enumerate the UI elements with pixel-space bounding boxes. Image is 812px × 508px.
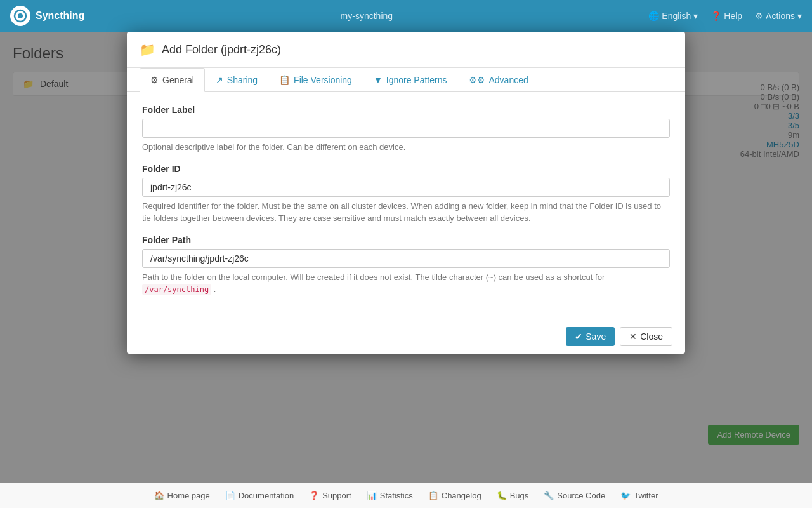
folder-id-group: Folder ID Required identifier for the fo… [142, 164, 670, 225]
tab-share-icon: ↗ [216, 75, 223, 85]
footer-source-code[interactable]: 🔧 Source Code [544, 491, 605, 500]
close-label: Close [640, 331, 663, 342]
tab-gears-icon: ⚙⚙ [469, 75, 485, 85]
tab-filter-icon: ▼ [374, 75, 383, 85]
tab-versioning[interactable]: 📋 File Versioning [268, 68, 363, 92]
footer-changelog-label: Changelog [442, 491, 481, 500]
chart-icon: 📊 [367, 491, 377, 500]
help-link[interactable]: ❓ Help [710, 11, 742, 21]
tab-sharing-label: Sharing [227, 75, 258, 85]
device-name: my-syncthing [341, 11, 393, 21]
brand: Syncthing [10, 6, 84, 26]
modal-tabs: ⚙ General ↗ Sharing 📋 File Versioning ▼ … [127, 68, 685, 92]
modal-footer: ✔ Save ✕ Close [127, 319, 685, 354]
folder-path-help: Path to the folder on the local computer… [142, 271, 670, 296]
globe-icon: 🌐 [648, 11, 659, 21]
folder-path-help-before: Path to the folder on the local computer… [142, 272, 605, 282]
folder-label-group: Folder Label Optional descriptive label … [142, 105, 670, 154]
changelog-icon: 📋 [428, 491, 438, 500]
folder-path-heading: Folder Path [142, 235, 670, 245]
actions-label: Actions [766, 11, 795, 21]
tab-general-label: General [162, 75, 194, 85]
tab-advanced-label: Advanced [489, 75, 528, 85]
folder-path-group: Folder Path Path to the folder on the lo… [142, 235, 670, 296]
doc-icon: 📄 [225, 491, 235, 500]
tab-ignore[interactable]: ▼ Ignore Patterns [363, 68, 458, 92]
brand-logo [10, 6, 30, 26]
folder-path-help-after: . [214, 284, 216, 294]
home-icon: 🏠 [154, 491, 164, 500]
modal-header: 📁 Add Folder (jpdrt-zj26c) [127, 32, 685, 68]
navbar: Syncthing my-syncthing 🌐 English ▾ ❓ Hel… [0, 0, 812, 32]
lang-link[interactable]: 🌐 English ▾ [648, 11, 698, 21]
folder-path-help-code: /var/syncthing [142, 284, 211, 295]
close-x-icon: ✕ [629, 331, 637, 342]
tab-versioning-label: File Versioning [294, 75, 352, 85]
svg-point-1 [18, 13, 23, 18]
footer-homepage-label: Home page [167, 491, 210, 500]
tab-advanced[interactable]: ⚙⚙ Advanced [458, 68, 539, 92]
footer-bugs[interactable]: 🐛 Bugs [497, 491, 529, 500]
folder-path-input[interactable] [142, 249, 670, 268]
help-label: Help [724, 11, 742, 21]
folder-id-heading: Folder ID [142, 164, 670, 174]
footer-documentation[interactable]: 📄 Documentation [225, 491, 294, 500]
footer-twitter[interactable]: 🐦 Twitter [620, 491, 658, 500]
tab-ignore-label: Ignore Patterns [386, 75, 447, 85]
lang-label: English [662, 11, 691, 21]
modal-folder-icon: 📁 [140, 42, 155, 57]
modal-title: Add Folder (jpdrt-zj26c) [162, 43, 281, 57]
folder-id-input[interactable] [142, 178, 670, 197]
actions-link[interactable]: ⚙ Actions ▾ [755, 11, 802, 21]
footer-support[interactable]: ❓ Support [309, 491, 351, 500]
footer-statistics[interactable]: 📊 Statistics [367, 491, 413, 500]
checkmark-icon: ✔ [575, 331, 582, 342]
footer: 🏠 Home page 📄 Documentation ❓ Support 📊 … [0, 483, 812, 508]
footer-documentation-label: Documentation [239, 491, 294, 500]
footer-homepage[interactable]: 🏠 Home page [154, 491, 210, 500]
footer-source-code-label: Source Code [557, 491, 605, 500]
save-button[interactable]: ✔ Save [566, 327, 615, 346]
brand-name: Syncthing [36, 10, 84, 22]
folder-id-help: Required identifier for the folder. Must… [142, 200, 670, 225]
actions-dropdown-icon: ▾ [797, 11, 802, 21]
navbar-right: 🌐 English ▾ ❓ Help ⚙ Actions ▾ [648, 11, 802, 21]
wrench-icon: 🔧 [544, 491, 554, 500]
footer-statistics-label: Statistics [380, 491, 413, 500]
footer-twitter-label: Twitter [634, 491, 658, 500]
tab-sharing[interactable]: ↗ Sharing [205, 68, 268, 92]
gear-icon: ⚙ [755, 11, 763, 21]
tab-gear-icon: ⚙ [150, 75, 159, 85]
save-label: Save [586, 331, 606, 342]
twitter-icon: 🐦 [620, 491, 631, 500]
close-button[interactable]: ✕ Close [620, 327, 672, 346]
footer-bugs-label: Bugs [510, 491, 529, 500]
support-icon: ❓ [309, 491, 319, 500]
modal-body: Folder Label Optional descriptive label … [127, 92, 685, 319]
dropdown-icon: ▾ [693, 11, 698, 21]
footer-changelog[interactable]: 📋 Changelog [428, 491, 481, 500]
tab-general[interactable]: ⚙ General [140, 68, 205, 92]
bug-icon: 🐛 [497, 491, 507, 500]
tab-copy-icon: 📋 [279, 75, 290, 85]
footer-support-label: Support [322, 491, 351, 500]
add-folder-modal: 📁 Add Folder (jpdrt-zj26c) ⚙ General ↗ S… [127, 32, 685, 354]
folder-label-help: Optional descriptive label for the folde… [142, 141, 670, 154]
question-icon: ❓ [710, 11, 721, 21]
folder-label-input[interactable] [142, 119, 670, 138]
folder-label-heading: Folder Label [142, 105, 670, 115]
